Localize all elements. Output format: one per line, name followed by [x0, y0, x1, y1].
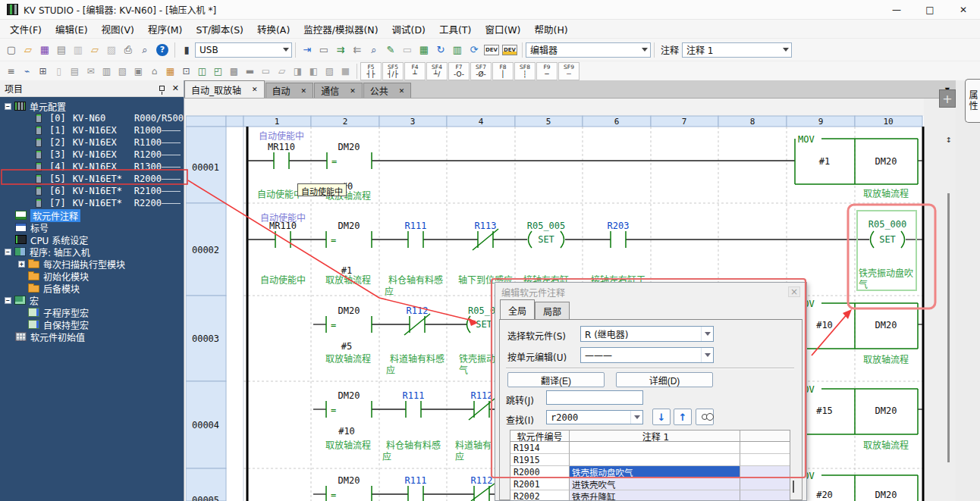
- monitor-read-icon[interactable]: [349, 42, 366, 58]
- tree-item-unit-7[interactable]: [7] KV-N16ET* R2200: [0, 197, 184, 209]
- numeric-icon[interactable]: [178, 64, 194, 78]
- ladder-vscroll-track[interactable]: [924, 99, 956, 501]
- transfer-to-plc-icon[interactable]: [299, 42, 316, 58]
- tab-auto-pickaxis[interactable]: 自动_取放轴 ✕: [184, 80, 265, 98]
- save-icon[interactable]: [36, 42, 53, 58]
- chevron-down-icon[interactable]: [701, 327, 713, 341]
- tab-auto[interactable]: 自动 ✕: [265, 83, 314, 98]
- help-icon[interactable]: ?: [156, 44, 168, 56]
- dialog-titlebar[interactable]: 编辑软元件注释 ×: [495, 283, 806, 301]
- fkey-or-no[interactable]: F4: [404, 62, 426, 80]
- fkey-coil-nc[interactable]: SF7: [470, 62, 492, 80]
- import-icon[interactable]: [70, 42, 86, 58]
- copy-icon[interactable]: [274, 64, 290, 78]
- menu-view[interactable]: 视图(V): [95, 20, 141, 39]
- find-options-button[interactable]: [696, 409, 714, 425]
- monitor-window-icon[interactable]: [449, 42, 466, 58]
- open-project-icon[interactable]: [20, 42, 36, 58]
- refresh-icon[interactable]: [432, 42, 449, 58]
- tree-item-unit-4[interactable]: [4] KV-N16EX R1300: [0, 161, 184, 173]
- ftp-icon[interactable]: [130, 64, 146, 78]
- detail-button[interactable]: 详细(D): [616, 372, 713, 387]
- fkey-or-nc[interactable]: SF4: [426, 62, 448, 80]
- menu-monitor-simulator[interactable]: 监控器/模拟器(N): [297, 20, 385, 39]
- tab-close-icon[interactable]: ✕: [301, 87, 307, 95]
- maximize-button[interactable]: □: [913, 0, 947, 19]
- properties-side-tab[interactable]: 属性: [965, 79, 980, 123]
- select-device-combo[interactable]: R (继电器): [580, 326, 714, 342]
- dialog-close-icon[interactable]: ×: [788, 287, 800, 297]
- tree-item-unit-5[interactable]: [5] KV-N16ET* R2000: [0, 173, 184, 185]
- monitor-write-icon[interactable]: [332, 42, 349, 58]
- jump-input[interactable]: [546, 390, 643, 405]
- doc-list-icon[interactable]: [67, 64, 83, 78]
- menu-help[interactable]: 帮助(H): [528, 20, 575, 39]
- mode-select[interactable]: 编辑器: [526, 42, 651, 58]
- edit-comment-icon[interactable]: [382, 42, 399, 58]
- tree-item-device-initial[interactable]: 软元件初始值: [0, 330, 184, 343]
- find-prev-button[interactable]: ↑: [674, 409, 692, 425]
- tree-item-macro[interactable]: 宏: [0, 294, 184, 306]
- tree-item-init-module[interactable]: 初始化模块: [0, 270, 184, 282]
- panel-icon[interactable]: [99, 64, 115, 78]
- plc-verify-icon[interactable]: [316, 42, 332, 58]
- unit-editor-icon[interactable]: [162, 64, 178, 78]
- edit-device-comment-dialog[interactable]: 编辑软元件注释 × 全局 局部 选择软元件(S) R (继电器) 按单元编辑(U…: [495, 282, 807, 501]
- bar-icon[interactable]: [242, 64, 258, 78]
- menu-window[interactable]: 窗口(W): [478, 20, 527, 39]
- table-row[interactable]: R1915: [510, 454, 790, 466]
- export-icon[interactable]: [86, 42, 103, 58]
- tab-communication[interactable]: 通信 ✕: [314, 83, 363, 98]
- waveform-icon[interactable]: [19, 64, 35, 78]
- chevron-down-icon[interactable]: [281, 43, 291, 57]
- find-combo[interactable]: r2000: [546, 410, 643, 424]
- menu-edit[interactable]: 编辑(E): [49, 20, 95, 39]
- comment-set-select[interactable]: 注释 1: [682, 42, 792, 58]
- fkey-hline[interactable]: F9: [536, 62, 558, 80]
- table-row-selected[interactable]: R2000 铁壳振动盘吹气: [510, 466, 790, 478]
- tree-item-cpu-settings[interactable]: CPU 系统设定: [0, 233, 184, 246]
- tree-item-unit-1[interactable]: [1] KV-N16EX R1000: [0, 124, 184, 136]
- menu-convert[interactable]: 转换(A): [250, 20, 297, 39]
- table-scrollbar[interactable]: [793, 481, 794, 493]
- network-icon[interactable]: [146, 64, 162, 78]
- table-row[interactable]: R2002 铁壳升降缸: [510, 490, 790, 501]
- fkey-vline-del[interactable]: SF8: [514, 62, 536, 80]
- menu-program[interactable]: 程序(M): [141, 20, 190, 39]
- ccl-icon[interactable]: [306, 64, 322, 78]
- batch-icon[interactable]: [226, 64, 242, 78]
- connection-select[interactable]: USB: [195, 42, 292, 58]
- io-monitor-icon[interactable]: [194, 64, 210, 78]
- device-monitor-icon[interactable]: DEV: [484, 45, 499, 55]
- id-icon[interactable]: [290, 64, 306, 78]
- stop-icon[interactable]: [338, 64, 353, 78]
- ladder-view-icon[interactable]: [3, 64, 19, 78]
- new-file-icon[interactable]: [3, 42, 20, 58]
- save-as-icon[interactable]: [53, 42, 70, 58]
- tree-item-standby-module[interactable]: 后备模块: [0, 282, 184, 294]
- tree-item-unit-config[interactable]: 单元配置: [0, 100, 184, 112]
- tab-common[interactable]: 公共 ✕: [363, 83, 412, 98]
- tree-item-selfhold-macro[interactable]: 自保持型宏: [0, 318, 184, 330]
- translate-button[interactable]: 翻译(E): [507, 372, 605, 387]
- tree-item-unit-0[interactable]: [0] KV-N60 R000/R500: [0, 112, 184, 124]
- find-next-button[interactable]: ↓: [652, 409, 671, 425]
- ladder-vscroll-thumb[interactable]: [947, 193, 950, 462]
- fkey-contact-nc[interactable]: SF5: [382, 62, 404, 80]
- tree-item-unit-2[interactable]: [2] KV-N16EX R1100: [0, 136, 184, 149]
- mail-icon[interactable]: [83, 64, 99, 78]
- unit-edit-combo[interactable]: ———: [580, 347, 714, 363]
- tree-item-device-comment[interactable]: 软元件注释: [0, 209, 184, 221]
- script-icon[interactable]: [322, 64, 338, 78]
- splitter-icon[interactable]: ↕: [946, 133, 952, 145]
- monitor-grid-icon[interactable]: [416, 42, 432, 58]
- copy-module-icon[interactable]: [115, 64, 130, 78]
- chevron-down-icon[interactable]: [630, 411, 642, 424]
- tree-item-program[interactable]: 程序: 轴压入机: [0, 246, 184, 258]
- tab-close-icon[interactable]: ✕: [252, 86, 258, 93]
- simulator-icon[interactable]: [399, 42, 416, 58]
- chevron-down-icon[interactable]: [781, 43, 791, 57]
- tab-close-icon[interactable]: ✕: [399, 87, 405, 95]
- add-view-button[interactable]: +: [939, 89, 956, 108]
- pin-icon[interactable]: [159, 86, 165, 91]
